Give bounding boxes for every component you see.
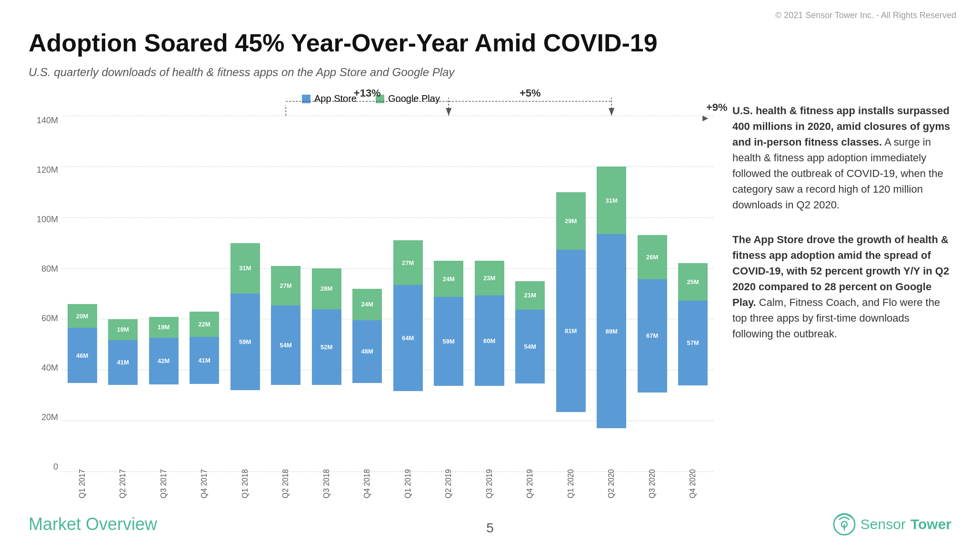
bar-google: 20M (68, 304, 97, 328)
bar-google-label: 21M (524, 292, 536, 299)
page: © 2021 Sensor Tower Inc. - All Rights Re… (0, 0, 980, 550)
bar-google-label: 24M (361, 301, 373, 308)
bar-apple-label: 64M (402, 334, 414, 342)
y-axis-label: 0 (29, 462, 62, 472)
bar-apple: 89M (597, 234, 626, 428)
legend-app-store: App Store (302, 93, 357, 104)
bar-stack: 31M89M (597, 116, 626, 472)
bar-google: 19M (149, 317, 179, 338)
bar-stack: 22M41M (190, 116, 219, 472)
bar-stack: 31M59M (230, 116, 260, 472)
svg-marker-5 (446, 108, 451, 116)
bar-google-label: 20M (76, 313, 88, 320)
bar-apple: 81M (556, 250, 586, 412)
bar-group: 29M81M (550, 116, 591, 472)
bar-apple-label: 52M (320, 344, 332, 351)
bar-stack: 26M67M (638, 116, 667, 472)
page-number: 5 (486, 521, 494, 536)
bar-apple: 60M (475, 295, 504, 386)
y-axis-label: 20M (29, 412, 62, 422)
bar-apple: 42M (149, 338, 179, 384)
bar-google: 31M (597, 167, 626, 234)
bar-google: 22M (190, 312, 219, 337)
bar-group: 22M41M (184, 116, 225, 472)
content-area: App Store Google Play 020M40M60M80M100M1… (29, 93, 951, 501)
y-axis-label: 100M (29, 215, 62, 225)
bar-group: 31M89M (591, 116, 632, 472)
bar-apple-label: 59M (239, 338, 251, 345)
bar-google: 24M (434, 261, 463, 297)
sensor-tower-logo: SensorTower (833, 513, 951, 536)
bar-apple-label: 60M (483, 337, 495, 344)
bar-google-label: 26M (646, 254, 658, 261)
bar-apple: 54M (271, 305, 300, 385)
bar-stack: 20M46M (68, 116, 97, 472)
bar-google-label: 22M (199, 321, 210, 328)
bar-apple-label: 54M (524, 343, 536, 350)
bar-apple-label: 42M (158, 357, 170, 364)
copyright: © 2021 Sensor Tower Inc. - All Rights Re… (775, 10, 956, 20)
bar-stack: 24M59M (434, 116, 463, 472)
bar-stack: 25M57M (678, 116, 708, 472)
bar-apple: 57M (678, 301, 708, 386)
legend-google-play: Google Play (376, 93, 440, 104)
bar-google: 27M (271, 266, 300, 306)
bar-group: 27M54M (266, 116, 307, 472)
legend-google-play-label: Google Play (388, 93, 440, 104)
bar-group: 27M64M (388, 116, 429, 472)
bars-area: 20M46M19M41M19M42M22M41M31M59M27M54M28M5… (62, 116, 713, 472)
right-block2: The App Store drove the growth of health… (732, 232, 951, 342)
bar-apple-label: 59M (443, 338, 455, 345)
subtitle: U.S. quarterly downloads of health & fit… (29, 66, 951, 79)
bar-stack: 27M64M (393, 116, 423, 472)
bar-apple-label: 41M (199, 357, 210, 364)
chart-container: 020M40M60M80M100M120M140M 20M46M19M41M19… (29, 111, 713, 501)
bar-apple-label: 81M (565, 327, 577, 334)
bar-google: 21M (515, 281, 545, 310)
bar-stack: 28M52M (312, 116, 341, 472)
x-label: Q4 2019 (510, 472, 551, 501)
x-label: Q1 2020 (550, 472, 591, 501)
bar-group: 28M52M (306, 116, 347, 472)
bar-group: 26M67M (632, 116, 673, 472)
bar-apple: 41M (190, 337, 219, 384)
bar-apple: 41M (108, 340, 138, 385)
bar-apple-label: 57M (687, 339, 699, 346)
bar-google-label: 19M (117, 326, 129, 333)
main-title: Adoption Soared 45% Year-Over-Year Amid … (29, 29, 951, 57)
bar-apple-label: 54M (280, 342, 292, 349)
bar-google-label: 29M (565, 217, 577, 225)
tower-text: Tower (910, 516, 951, 532)
right-block1: U.S. health & fitness app installs surpa… (732, 103, 951, 213)
bar-google-label: 31M (606, 197, 618, 204)
bar-apple-label: 67M (646, 332, 658, 339)
bar-google-label: 27M (402, 259, 414, 266)
x-label: Q3 2017 (143, 472, 184, 501)
y-axis-label: 80M (29, 264, 62, 274)
x-label: Q1 2017 (62, 472, 103, 501)
right-block2-normal: Calm, Fitness Coach, and Flo were the to… (732, 296, 940, 340)
bar-group: 21M54M (510, 116, 551, 472)
y-axis-label: 140M (29, 116, 62, 126)
bar-apple: 54M (515, 310, 545, 383)
bar-apple-label: 89M (606, 328, 618, 335)
bar-stack: 23M60M (475, 116, 504, 472)
x-label: Q3 2020 (632, 472, 673, 501)
bar-google: 27M (393, 240, 423, 285)
bar-group: 24M48M (347, 116, 388, 472)
bar-stack: 19M42M (149, 116, 179, 472)
svg-rect-1 (376, 95, 384, 103)
bar-google-label: 25M (687, 278, 699, 285)
x-label: Q3 2018 (306, 472, 347, 501)
x-labels: Q1 2017Q2 2017Q3 2017Q4 2017Q1 2018Q2 20… (62, 472, 713, 501)
bar-stack: 29M81M (556, 116, 586, 472)
bar-group: 20M46M (62, 116, 103, 472)
x-label: Q4 2017 (184, 472, 225, 501)
bar-google: 25M (678, 263, 708, 300)
bar-apple: 67M (638, 279, 667, 393)
bar-google: 28M (312, 268, 341, 309)
bar-google-label: 23M (483, 275, 495, 282)
bar-google: 19M (108, 319, 138, 340)
x-label: Q4 2018 (347, 472, 388, 501)
bar-google-label: 19M (158, 324, 170, 331)
